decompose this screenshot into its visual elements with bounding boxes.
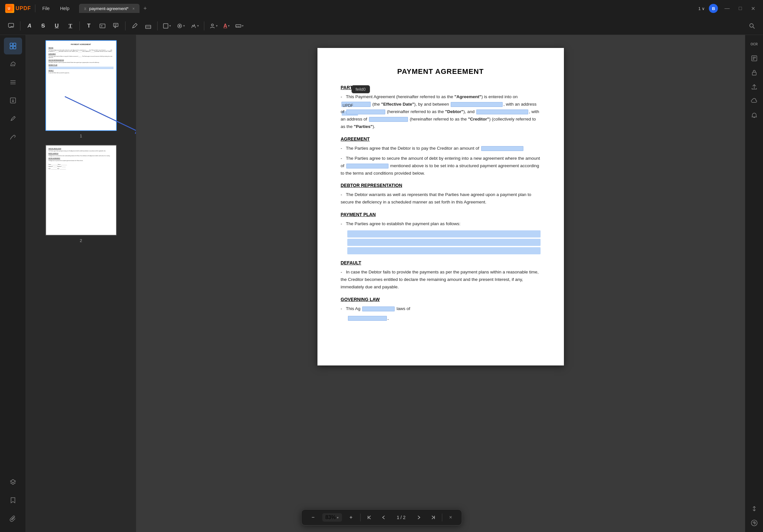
tool-sep-5 xyxy=(204,21,204,31)
sidebar-layers-btn[interactable] xyxy=(4,474,22,490)
ruler-tool-dropdown[interactable]: ▾ xyxy=(234,22,246,30)
page-indicator: 1 / 2 xyxy=(393,515,409,520)
and-text-field[interactable] xyxy=(476,110,528,114)
go-last-btn[interactable] xyxy=(428,512,438,523)
thumb-label-1: 1 xyxy=(80,133,82,138)
party1-name-field[interactable] xyxy=(451,102,502,107)
bullet-dash-7: - xyxy=(341,306,342,311)
svg-rect-10 xyxy=(164,24,168,28)
governing-field[interactable] xyxy=(362,307,395,311)
governing-field2: . xyxy=(347,315,541,321)
callout-tool-btn[interactable] xyxy=(110,20,122,32)
section-agreement-para2: - The Parties agree to secure the amount… xyxy=(341,155,541,177)
user-tool-dropdown[interactable]: ▾ xyxy=(207,22,220,30)
tooltip-text: feild0 xyxy=(356,87,366,92)
textbox-tool-btn[interactable]: T xyxy=(97,20,108,32)
svg-line-20 xyxy=(753,27,755,29)
bullet-dash-5: - xyxy=(341,221,342,226)
section-agreement-para1: - The Parties agree that the Debtor is t… xyxy=(341,145,541,152)
date-field[interactable]: UPDF xyxy=(341,102,371,107)
ai-btn[interactable] xyxy=(748,516,761,529)
svg-point-13 xyxy=(211,24,213,26)
go-next-btn[interactable] xyxy=(413,512,424,523)
svg-text:T: T xyxy=(101,25,103,28)
go-first-btn[interactable] xyxy=(364,512,375,523)
strikethrough-tool-btn[interactable]: S xyxy=(37,20,49,32)
svg-rect-5 xyxy=(114,23,118,27)
notification-btn[interactable] xyxy=(748,109,761,122)
total-pages: 2 xyxy=(403,515,406,520)
thumbnail-page-2[interactable]: DISPUTE RESOLUTION The Parties agree tha… xyxy=(30,145,132,243)
section-payment-para: - The Parties agree to establish the pay… xyxy=(341,220,541,228)
minimize-btn[interactable]: — xyxy=(722,4,732,13)
section-payment-plan-heading: PAYMENT PLAN xyxy=(341,212,541,217)
thumb-content-1: PAYMENT AGREEMENT PARTIES This Payment A… xyxy=(49,44,114,73)
tab-add-btn[interactable]: + xyxy=(141,5,150,13)
zoom-dropdown-icon: ▾ xyxy=(337,516,339,519)
svg-rect-33 xyxy=(752,72,756,75)
tab-close-btn[interactable]: × xyxy=(132,7,135,11)
page-sep: / xyxy=(400,515,402,520)
section-debtor-heading: DEBTOR REPRESENTATION xyxy=(341,183,541,188)
menu-help[interactable]: Help xyxy=(57,5,73,12)
bottom-close-btn[interactable]: × xyxy=(446,513,455,522)
parties-bold: "Parties" xyxy=(354,124,373,129)
sidebar-organize-btn[interactable] xyxy=(4,74,22,91)
sidebar-edit-btn[interactable] xyxy=(4,110,22,127)
zoom-display[interactable]: 83% ▾ xyxy=(322,513,342,522)
svg-point-19 xyxy=(750,24,753,27)
tab-bar: ⧖ payment-agreement* × + xyxy=(79,4,150,13)
pdf-page: feild0 PAYMENT AGREEMENT PARTIES - This … xyxy=(317,48,564,366)
party2-address-field[interactable] xyxy=(369,117,408,122)
lock-btn[interactable] xyxy=(748,66,761,79)
maximize-btn[interactable]: □ xyxy=(736,4,744,13)
debt-amount-field[interactable] xyxy=(346,164,388,168)
thumb-content-2: DISPUTE RESOLUTION The Parties agree tha… xyxy=(49,148,114,169)
bullet-dash-4: - xyxy=(341,192,342,197)
sidebar-right: OCR xyxy=(745,35,763,532)
main-area: PAYMENT AGREEMENT PARTIES This Payment A… xyxy=(0,35,763,532)
ocr-btn[interactable]: OCR xyxy=(748,38,761,50)
close-btn[interactable]: ✕ xyxy=(748,4,758,13)
amount-field[interactable] xyxy=(481,146,523,151)
pen-tool-btn[interactable] xyxy=(129,20,141,32)
share-btn[interactable] xyxy=(748,80,761,93)
thumbnail-page-1[interactable]: PAYMENT AGREEMENT PARTIES This Payment A… xyxy=(30,40,132,138)
scan-btn[interactable] xyxy=(748,52,761,65)
zoom-out-btn[interactable]: − xyxy=(308,512,318,523)
scroll-btn[interactable] xyxy=(748,502,761,515)
zoom-in-btn[interactable]: + xyxy=(346,512,356,523)
sidebar-bookmarks-btn[interactable] xyxy=(4,492,22,509)
go-prev-btn[interactable] xyxy=(379,512,389,523)
draw-tool-dropdown[interactable]: ▾ xyxy=(189,22,201,30)
color-tool-dropdown[interactable]: A ▾ xyxy=(221,22,232,30)
svg-rect-22 xyxy=(13,43,16,46)
menu-file[interactable]: File xyxy=(39,5,53,12)
sidebar-sign-btn[interactable] xyxy=(4,128,22,145)
thumb-img-1: PAYMENT AGREEMENT PARTIES This Payment A… xyxy=(46,40,117,131)
page-nav[interactable]: 1 ∨ xyxy=(698,6,705,11)
search-btn[interactable] xyxy=(746,20,758,32)
comment-tool-btn[interactable] xyxy=(5,20,17,32)
user-avatar[interactable]: B xyxy=(709,4,718,13)
cloud-btn[interactable] xyxy=(748,95,761,108)
fill-tool-dropdown[interactable]: ▾ xyxy=(175,22,187,30)
sidebar-highlight-btn[interactable] xyxy=(4,56,22,73)
underline-tool-btn[interactable]: U xyxy=(51,20,62,32)
section-default-para: - In case the Debtor fails to provide th… xyxy=(341,269,541,291)
sidebar-export-btn[interactable] xyxy=(4,92,22,109)
tab-payment-agreement[interactable]: ⧖ payment-agreement* × xyxy=(79,4,140,13)
tool-sep-4 xyxy=(157,21,158,31)
effective-date-bold: "Effective Date" xyxy=(381,102,414,107)
text-tool-btn[interactable]: T xyxy=(64,20,76,32)
eraser-tool-btn[interactable] xyxy=(142,20,154,32)
sidebar-attachments-btn[interactable] xyxy=(4,510,22,527)
state-field[interactable] xyxy=(348,316,387,321)
tool-sep-3 xyxy=(125,21,126,31)
party1-address-field[interactable] xyxy=(346,110,385,114)
shape-tool-dropdown[interactable]: ▾ xyxy=(161,22,173,30)
highlight-tool-btn[interactable]: A xyxy=(24,20,35,32)
sidebar-thumbnails-btn[interactable] xyxy=(4,38,22,54)
freetext-tool-btn[interactable]: T xyxy=(83,20,95,32)
titlebar-divider xyxy=(35,5,35,12)
